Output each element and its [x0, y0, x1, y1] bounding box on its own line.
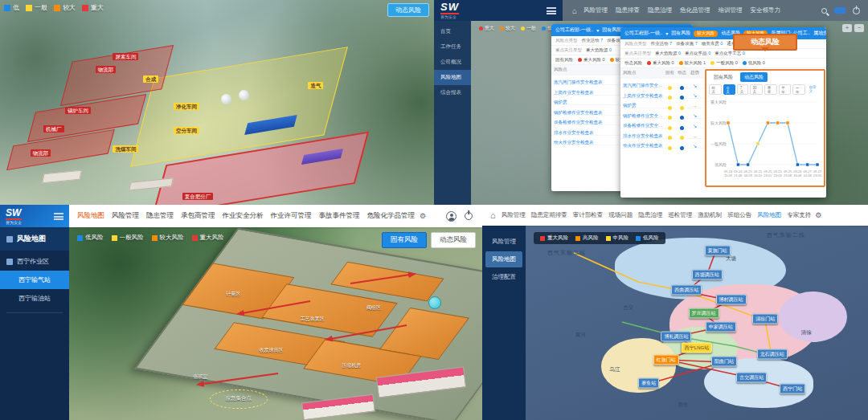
zone-label[interactable]: 物流部 [31, 149, 51, 157]
station-node[interactable]: 赛鱼站 [638, 378, 659, 389]
sidebar-item[interactable]: 西宁输气站 [0, 271, 69, 289]
station-node[interactable]: 博礼调压站 [661, 331, 691, 341]
stat-chip[interactable]: 设备设施 7 [676, 41, 698, 46]
zone-label[interactable]: 洗煤车间 [113, 145, 138, 153]
nav-item[interactable]: 事故事件管理 [319, 211, 360, 221]
nav-item[interactable]: 激励机制 [698, 211, 722, 219]
nav-item[interactable]: 作业许可管理 [271, 211, 312, 221]
zone-label[interactable]: 空分车间 [174, 127, 199, 134]
nav-item[interactable]: 风险管理 [502, 211, 526, 219]
stat-chip[interactable]: 重点化学工艺 0 [714, 51, 745, 55]
zone-label[interactable]: 锅炉车间 [65, 107, 91, 114]
zone-label[interactable]: 造气 [308, 82, 323, 89]
sidebar-group-area[interactable]: 西宁作业区 [0, 251, 69, 271]
range-button[interactable]: 7天 [737, 84, 748, 95]
zone-label[interactable]: 复合肥分厂 [182, 193, 214, 200]
sidebar-item[interactable]: 首页 [434, 24, 471, 39]
sidebar-item[interactable]: 工作任务 [434, 39, 471, 55]
nav-item[interactable]: 风险管理 [583, 6, 608, 14]
chevron-down-icon[interactable]: ▾ [665, 31, 668, 36]
stat-chip[interactable]: 重点化学品 0 [685, 51, 710, 55]
dynamic-risk-button[interactable]: 动态风险 [387, 3, 429, 17]
nav-item[interactable]: 班组公告 [727, 211, 751, 219]
flag-icon[interactable] [834, 7, 845, 14]
station-node[interactable]: 西宁门站 [780, 384, 805, 394]
power-icon[interactable] [853, 7, 860, 14]
station-node[interactable]: 清徐门站 [752, 314, 778, 324]
sidebar-item[interactable]: 西宁输油站 [0, 289, 69, 308]
station-node[interactable]: 西塘调压站 [692, 269, 723, 279]
gear-icon[interactable]: ⚙ [815, 211, 821, 219]
table-row[interactable]: 设备检修作业安全检查表↘ [620, 119, 704, 129]
zone-label[interactable]: 尿素车间 [113, 53, 138, 60]
station-node[interactable]: 北石调压站 [757, 349, 788, 359]
nav-item[interactable]: 风险管理 [112, 211, 139, 221]
nav-item[interactable]: 隐患排查 [616, 6, 640, 14]
menu-toggle-icon[interactable] [547, 7, 556, 14]
home-icon[interactable]: ⌂ [572, 6, 577, 15]
risk-point-link[interactable]: 蒸汽闸门操作安全检查表 [623, 83, 664, 88]
table-row[interactable]: 上岗作业安全检查表↘ [620, 88, 704, 99]
stat-chip[interactable]: 作业活动 7 [582, 38, 604, 43]
risk-point-link[interactable]: 锅炉检修作业安全检查表 [623, 113, 664, 119]
sidebar-item[interactable]: 风险地图 [434, 70, 471, 85]
risk-point-link[interactable]: 上岗作业安全检查表 [623, 93, 664, 99]
station-node[interactable]: 西宁LNG站 [682, 343, 712, 353]
range-button[interactable]: 30天 [750, 84, 763, 95]
avatar-icon[interactable] [446, 211, 457, 222]
nav-item[interactable]: 承包商管理 [181, 211, 215, 221]
nav-item[interactable]: 作业安全分析 [223, 211, 264, 221]
station-node[interactable]: 申家调压站 [706, 321, 736, 332]
risk-mode-button[interactable]: 固有风险 [382, 232, 427, 248]
nav-item[interactable]: 培训管理 [719, 6, 743, 14]
map-control-button[interactable]: + [842, 24, 852, 32]
range-button[interactable]: 自定义 [807, 84, 821, 95]
zone-label[interactable]: 物流部 [96, 66, 117, 73]
power-icon[interactable] [465, 212, 473, 220]
table-row[interactable]: 排水作业安全检查表→ [620, 128, 704, 139]
zone-label[interactable]: 净化车间 [174, 103, 199, 110]
risk-point-link[interactable]: 动火作业安全检查表 [623, 143, 664, 149]
zone-label[interactable]: 合成 [143, 75, 158, 83]
nav-item[interactable]: 现场问题 [608, 211, 633, 219]
search-icon[interactable] [821, 8, 827, 14]
nav-item[interactable]: 危险化学品管理 [367, 211, 416, 221]
stat-chip[interactable]: 作业活动 7 [651, 41, 673, 46]
station-node[interactable]: 红旗门站 [653, 354, 679, 365]
station-node[interactable]: 罗庄调压站 [689, 308, 719, 318]
range-button[interactable]: 今天 [723, 84, 736, 95]
chart-tab[interactable]: 动态风险 [740, 72, 768, 82]
menu-toggle-icon[interactable] [54, 213, 63, 220]
stat-chip[interactable]: 物资库房 0 [702, 41, 723, 46]
range-button[interactable]: 一年 [792, 84, 805, 95]
risk-point-link[interactable]: 锅炉房 [623, 103, 664, 108]
stat-chip[interactable]: 重大危险源 0 [655, 51, 681, 55]
sidebar-item[interactable]: 风险地图 [485, 251, 522, 267]
map-control-button[interactable]: − [854, 24, 864, 32]
range-button[interactable]: 半年 [779, 84, 792, 95]
nav-item[interactable]: 风险地图 [77, 211, 104, 221]
nav-item[interactable]: 巡检管理 [668, 211, 692, 219]
nav-item[interactable]: 隐患治理 [648, 6, 672, 14]
station-node[interactable]: 博村调压站 [716, 294, 747, 304]
station-node[interactable]: 古交调压站 [736, 372, 767, 382]
nav-item[interactable]: 隐患管理 [146, 211, 174, 221]
station-node[interactable]: 阳曲门站 [711, 357, 737, 367]
nav-item[interactable]: 风险地图 [757, 211, 781, 219]
nav-item[interactable]: 隐患治理 [638, 211, 662, 219]
risk-point-link[interactable]: 设备检修作业安全检查表 [623, 123, 664, 128]
station-node[interactable]: 黄旗门站 [705, 246, 731, 256]
chart-tab[interactable]: 固有风险 [710, 72, 737, 82]
chevron-down-icon[interactable]: ▾ [596, 27, 599, 33]
sidebar-item[interactable]: 公司概况 [434, 55, 471, 70]
station-node[interactable]: 西曲调压站 [671, 284, 702, 295]
range-button[interactable]: 季度 [764, 84, 777, 95]
gear-icon[interactable]: ⚙ [420, 212, 426, 220]
home-icon[interactable]: ⌂ [490, 210, 496, 220]
nav-item[interactable]: 危化品管理 [680, 6, 710, 14]
stat-chip[interactable]: 重大危险源 0 [586, 47, 612, 52]
risk-point-link[interactable]: 排水作业安全检查表 [623, 133, 664, 139]
table-row[interactable]: 蒸汽闸门操作安全检查表↘ [620, 79, 704, 89]
nav-item[interactable]: 隐患定期排查 [531, 211, 567, 219]
nav-item[interactable]: 审计部检查 [573, 211, 604, 219]
